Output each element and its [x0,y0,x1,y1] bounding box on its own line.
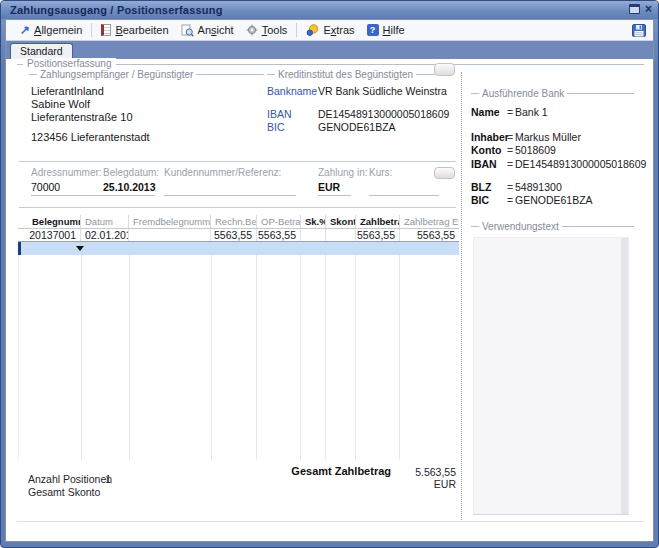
equals-sign: = [507,144,513,156]
bankname-label: Bankname [267,85,317,97]
menu-separator [296,23,297,37]
menu-bearbeiten-label: Bearbeiten [115,24,168,36]
anzahl-positionen-value: 1 [97,473,111,485]
col-zahlbetrag[interactable]: Zahlbetrag [356,215,400,228]
cell-fremdbelegnummer[interactable] [129,229,211,241]
equals-sign: = [507,158,513,170]
kurs-field[interactable]: Kurs: [369,167,439,196]
cell-op-betrag[interactable]: 5563,55 [257,229,301,241]
menu-allgemein[interactable]: ↗ Allgemein [14,22,88,38]
menu-hilfe-label: Hilfe [383,24,405,36]
menu-allgemein-label: Allgemein [34,24,82,36]
bank-iban-label: IBAN [471,158,497,170]
equals-sign: = [507,106,513,118]
cell-datum[interactable]: 02.01.2013 [81,229,129,241]
verwendungstext-legend: Verwendungstext [471,220,634,232]
table-row[interactable]: 20137001 02.01.2013 5563,55 5563,55 5563… [18,229,459,242]
save-icon [632,24,646,37]
col-sk-prozent[interactable]: Sk.% [301,215,326,228]
app-window: Zahlungsausgang / Positionserfassung × ↗… [0,0,659,548]
table-header-row: Belegnummer Datum Fremdbelegnummer Rechn… [18,215,459,229]
dropdown-arrow-icon[interactable] [76,246,84,251]
textarea-scrollbar[interactable] [621,238,628,514]
close-icon[interactable]: × [645,4,652,14]
executing-bank-legend: Ausführende Bank [471,87,634,99]
save-button[interactable] [630,22,648,39]
titlebar: Zahlungsausgang / Positionserfassung × [1,1,658,19]
payee-legend: Zahlungsempfänger / Begünstigter [29,68,264,80]
menu-ansicht-label: Ansicht [198,24,234,36]
zahlung-in-label: Zahlung in: [318,167,351,178]
bic-value: GENODE61BZA [318,121,396,133]
belegdatum-field[interactable]: Belegdatum: 25.10.2013 [103,167,155,196]
belegdatum-label: Belegdatum: [103,167,155,178]
bank-konto-label: Konto [471,144,501,156]
active-entry-row[interactable] [18,242,459,255]
help-icon: ? [367,24,379,36]
menu-tools[interactable]: Tools [240,22,294,38]
iban-value: DE14548913000005018609 [318,108,449,120]
separator-line [19,161,456,162]
verwendungstext-textarea[interactable] [473,237,629,515]
equals-sign: = [507,194,513,206]
tab-strip: Standard [6,41,653,59]
zahlung-in-value[interactable]: EUR [318,181,351,193]
menu-tools-label: Tools [262,24,288,36]
bank-bic-value: GENODE61BZA [515,194,593,206]
cell-rechn-betrag[interactable]: 5563,55 [211,229,257,241]
bic-label: BIC [267,121,285,133]
bank-iban-value: DE14548913000005018609 [515,158,646,170]
scroll-up-button[interactable] [434,63,455,76]
menu-separator [91,23,92,37]
gear-icon [246,24,258,36]
belegdatum-value[interactable]: 25.10.2013 [103,181,155,193]
col-rechn-betrag[interactable]: Rechn.Betrag [211,215,257,228]
kundennummer-field[interactable]: Kundennummer/Referenz: [164,167,296,196]
col-op-betrag[interactable]: OP-Betrag [257,215,301,228]
iban-label: IBAN [267,108,292,120]
arrow-up-right-icon: ↗ [20,25,30,35]
payee-contact: Sabine Wolf [31,98,90,110]
bank-blz-label: BLZ [471,181,491,193]
cell-zahlbetrag-euro[interactable]: 5563,55 [400,229,459,241]
equals-sign: = [507,181,513,193]
zahlung-in-field[interactable]: Zahlung in: EUR [318,167,351,196]
notebook-icon [101,24,111,36]
payee-city: 123456 Lieferantenstadt [31,131,150,143]
menu-hilfe[interactable]: ? Hilfe [361,22,411,38]
payee-bank-legend: Kreditinstitut des Begünstigten [267,68,435,80]
equals-sign: = [507,131,513,143]
window-title: Zahlungsausgang / Positionserfassung [10,4,223,16]
col-datum[interactable]: Datum [81,215,129,228]
menu-bearbeiten[interactable]: Bearbeiten [95,22,174,38]
tab-standard[interactable]: Standard [10,43,73,59]
cell-sk-prozent[interactable] [301,229,326,241]
separator-line [19,207,456,208]
magnifier-icon [181,24,194,37]
menu-extras[interactable]: Extras [300,22,360,38]
bank-name-value: Bank 1 [515,106,548,118]
col-zahlbetrag-euro[interactable]: Zahlbetrag Euro [400,215,459,228]
cell-skonto[interactable] [326,229,356,241]
bank-bic-label: BIC [471,194,489,206]
bank-inhaber-value: Markus Müller [515,131,581,143]
bank-blz-value: 54891300 [515,181,562,193]
cell-belegnummer[interactable]: 20137001 [18,229,81,241]
payee-name: LieferantInland [31,85,104,97]
menu-extras-label: Extras [323,24,354,36]
gesamt-skonto-label: Gesamt Skonto [28,486,100,498]
col-belegnummer[interactable]: Belegnummer [18,215,81,228]
restore-icon[interactable] [629,4,640,14]
payee-street: Lieferantenstraße 10 [31,111,133,123]
col-fremdbelegnummer[interactable]: Fremdbelegnummer [129,215,211,228]
cell-zahlbetrag[interactable]: 5563,55 [356,229,400,241]
menubar: ↗ Allgemein Bearbeiten Ansicht Tools Ext… [6,20,653,41]
gesamt-zahlbetrag-label: Gesamt Zahlbetrag [241,465,391,477]
kurs-label: Kurs: [369,167,439,178]
bankname-value: VR Bank Südliche Weinstra [318,85,447,97]
kundennummer-label: Kundennummer/Referenz: [164,167,296,178]
col-skonto[interactable]: Skonto [326,215,356,228]
panel-separator [461,72,462,520]
bank-name-label: Name [471,106,500,118]
menu-ansicht[interactable]: Ansicht [175,22,240,39]
